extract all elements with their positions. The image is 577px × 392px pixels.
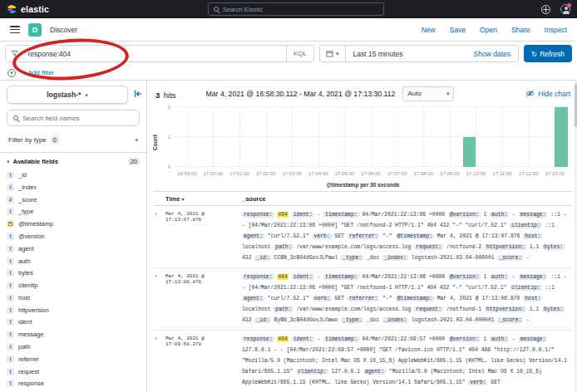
field-item-host[interactable]: thost [7,294,140,301]
field-type-string-icon: t [7,355,14,363]
field-value: "curl/7.52.1" [268,233,309,239]
gridline [344,107,345,167]
time-column-header[interactable]: Time ▾ [165,195,242,203]
available-fields-header[interactable]: ▾ Available fields 20 [7,158,140,165]
field-item-_type[interactable]: t_type [7,208,140,215]
field-item-_score[interactable]: #_score [7,196,140,203]
gridline [423,107,424,167]
interval-select[interactable]: Auto ▾ [402,86,454,101]
histogram-bar[interactable] [463,137,476,167]
x-tick: 17:06:00 [361,171,380,176]
field-item-agent[interactable]: tagent [7,245,140,252]
gridline [174,166,568,167]
field-value: - [512,212,515,218]
field-value: - [512,274,515,280]
field-type-string-icon: t [7,318,14,326]
index-pattern-label: logstash-* [47,91,81,99]
query-input[interactable]: ▾ response:404 KQL [5,45,314,62]
field-name-badge: response: [242,274,274,280]
settings-icon[interactable] [541,5,550,14]
field-label: path [18,343,31,350]
global-search-input[interactable]: Search Elastic [208,2,384,16]
expand-row-button[interactable]: › [154,334,165,388]
field-item-message[interactable]: tmessage [7,331,140,338]
date-picker-menu-button[interactable]: ▾ [320,46,346,61]
gridline [213,107,214,167]
chevron-down-icon: ▾ [10,70,13,76]
hide-chart-button[interactable]: Hide chart [525,90,570,98]
field-value: /notfound-2 [446,244,481,250]
fields-list: t_idt_index#_scoret_type@timestampt@vers… [7,171,140,392]
x-tick: 17:02:00 [256,171,275,176]
sort-desc-icon: ▾ [181,196,184,202]
field-name-badge: request: [414,306,443,312]
field-type-string-icon: t [7,331,14,338]
expand-row-button[interactable]: › [154,272,165,326]
filter-count-badge: 0 [51,136,59,144]
refresh-button[interactable]: ↻ Refresh [524,45,572,62]
field-name-badge: _type: [341,255,363,261]
collapse-left-icon [134,90,142,98]
field-label: bytes [18,269,33,277]
field-value: - [318,274,321,280]
field-name-badge: auth: [490,212,509,218]
nav-action-save[interactable]: Save [450,26,466,34]
query-language-button[interactable]: KQL [286,46,313,61]
elastic-logo[interactable]: elastic [7,4,49,14]
index-pattern-selector[interactable]: logstash-* ▾ [7,86,128,104]
collapse-sidebar-button[interactable] [134,90,142,98]
gridline [187,107,188,167]
time-range-value[interactable]: Last 15 minutes [346,50,411,58]
field-item-httpversion[interactable]: thttpversion [7,306,140,314]
nav-action-inspect[interactable]: Inspect [545,26,567,34]
field-search-input[interactable]: Search field names [7,110,140,126]
filter-by-type-label: Filter by type [8,136,47,144]
filter-options-button[interactable]: ▾ [7,69,16,77]
field-name-badge: message: [519,274,548,280]
field-item-auth[interactable]: tauth [7,257,140,264]
field-item-@timestamp[interactable]: @timestamp [7,220,140,228]
expand-row-button[interactable]: › [154,209,165,263]
nav-action-open[interactable]: Open [480,26,497,34]
source-column-header: _source [242,195,266,203]
field-item-bytes[interactable]: tbytes [7,269,140,277]
hits-row: 3 hits Mar 4, 2021 @ 16:58:30.112 - Mar … [154,81,572,105]
field-item-response[interactable]: tresponse [7,380,140,387]
global-search-placeholder: Search Elastic [223,6,263,13]
field-item-request[interactable]: trequest [7,368,140,375]
filter-by-type-toggle[interactable]: Filter by type 0 ▾ [7,131,140,148]
field-item-ident[interactable]: tident [7,318,140,326]
field-name-badge: httpversion: [485,244,526,250]
histogram-bar[interactable] [555,107,568,167]
gridline [476,107,476,167]
field-item-_id[interactable]: t_id [7,171,140,179]
field-name-badge: agent: [242,296,264,301]
nav-action-share[interactable]: Share [511,26,530,34]
field-item-path[interactable]: tpath [7,343,140,350]
field-value: 04/Mar/2021:22:13:06 +0000 [362,212,445,218]
field-name-badge: _score: [497,317,523,323]
field-type-string-icon: t [7,257,14,265]
gridline [371,107,372,167]
add-filter-button[interactable]: + Add filter [22,69,54,76]
field-item-_index[interactable]: t_index [7,184,140,191]
x-tick: 17:07:00 [387,171,407,176]
query-text: response:404 [28,50,286,58]
field-label: _index [18,184,37,191]
show-dates-button[interactable]: Show dates [474,50,518,58]
discover-app-icon[interactable]: D [28,23,42,37]
brand-text: elastic [21,4,49,14]
field-item-clientip[interactable]: tclientip [7,282,140,289]
field-value: _doc [367,317,379,323]
field-value: Mar 4, 2021 @ 17:13:06.870 [437,296,520,301]
field-label: _id [18,171,27,179]
user-avatar[interactable] [560,4,570,14]
field-name-badge: ident: [292,336,314,342]
nav-action-new[interactable]: New [422,26,436,34]
field-item-@version[interactable]: t@version [7,233,140,240]
highlighted-value: 404 [277,336,288,342]
field-item-referrer[interactable]: treferrer [7,355,140,363]
field-name-badge: message: [519,212,548,218]
saved-query-menu-button[interactable]: ▾ [6,50,28,57]
menu-icon[interactable] [10,26,20,33]
